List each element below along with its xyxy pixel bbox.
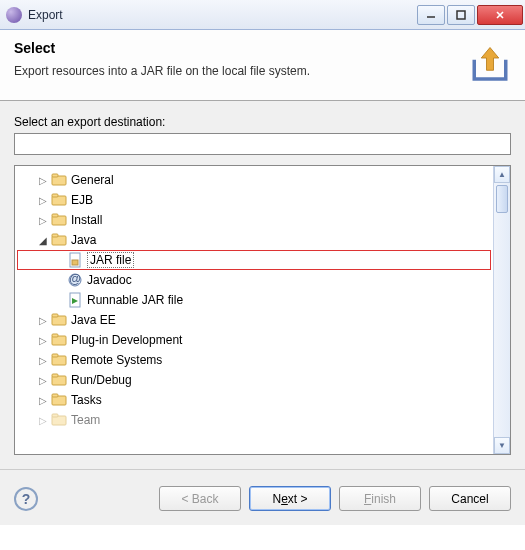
svg-rect-10 bbox=[52, 214, 58, 217]
svg-rect-20 bbox=[52, 314, 58, 317]
svg-marker-4 bbox=[481, 48, 499, 71]
minimize-button[interactable] bbox=[417, 5, 445, 25]
folder-icon bbox=[51, 372, 67, 388]
tree-label: Install bbox=[71, 213, 102, 227]
folder-icon bbox=[51, 192, 67, 208]
filter-label: Select an export destination: bbox=[14, 115, 511, 129]
export-tree[interactable]: ▷General ▷EJB ▷Install ◢Java JAR file @J… bbox=[15, 166, 493, 454]
svg-rect-22 bbox=[52, 334, 58, 337]
scroll-down-icon[interactable]: ▼ bbox=[494, 437, 510, 454]
tree-node-java[interactable]: ◢Java bbox=[17, 230, 491, 250]
tree-node-jar-file[interactable]: JAR file bbox=[17, 250, 491, 270]
svg-rect-12 bbox=[52, 234, 58, 237]
scrollbar[interactable]: ▲ ▼ bbox=[493, 166, 510, 454]
tree-node-runnable-jar[interactable]: Runnable JAR file bbox=[17, 290, 491, 310]
folder-icon bbox=[51, 332, 67, 348]
tree-node-remote[interactable]: ▷Remote Systems bbox=[17, 350, 491, 370]
runnable-jar-icon bbox=[67, 292, 83, 308]
svg-rect-24 bbox=[52, 354, 58, 357]
tree-label: EJB bbox=[71, 193, 93, 207]
tree-container: ▷General ▷EJB ▷Install ◢Java JAR file @J… bbox=[14, 165, 511, 455]
title-bar: Export bbox=[0, 0, 525, 30]
svg-rect-1 bbox=[457, 11, 465, 19]
window-controls bbox=[417, 5, 525, 25]
window-title: Export bbox=[28, 8, 63, 22]
tree-label: Tasks bbox=[71, 393, 102, 407]
chevron-right-icon[interactable]: ▷ bbox=[37, 414, 49, 426]
page-title: Select bbox=[14, 40, 459, 56]
tree-node-ejb[interactable]: ▷EJB bbox=[17, 190, 491, 210]
tree-label: Javadoc bbox=[87, 273, 132, 287]
folder-icon bbox=[51, 352, 67, 368]
help-button[interactable]: ? bbox=[14, 487, 38, 511]
tree-node-rundebug[interactable]: ▷Run/Debug bbox=[17, 370, 491, 390]
tree-label: General bbox=[71, 173, 114, 187]
tree-label: Plug-in Development bbox=[71, 333, 182, 347]
folder-icon bbox=[51, 212, 67, 228]
chevron-right-icon[interactable]: ▷ bbox=[37, 394, 49, 406]
chevron-right-icon[interactable]: ▷ bbox=[37, 174, 49, 186]
scroll-up-icon[interactable]: ▲ bbox=[494, 166, 510, 183]
javadoc-icon: @ bbox=[67, 272, 83, 288]
svg-rect-30 bbox=[52, 414, 58, 417]
svg-rect-6 bbox=[52, 174, 58, 177]
tree-node-general[interactable]: ▷General bbox=[17, 170, 491, 190]
wizard-header: Select Export resources into a JAR file … bbox=[0, 30, 525, 101]
export-icon bbox=[469, 44, 511, 86]
chevron-right-icon[interactable]: ▷ bbox=[37, 374, 49, 386]
tree-node-install[interactable]: ▷Install bbox=[17, 210, 491, 230]
tree-node-javaee[interactable]: ▷Java EE bbox=[17, 310, 491, 330]
tree-label: Team bbox=[71, 413, 100, 427]
svg-text:@: @ bbox=[69, 272, 81, 286]
chevron-right-icon[interactable]: ▷ bbox=[37, 354, 49, 366]
chevron-right-icon[interactable]: ▷ bbox=[37, 194, 49, 206]
wizard-content: Select an export destination: ▷General ▷… bbox=[0, 101, 525, 469]
button-bar: ? < Back Next > Finish Cancel bbox=[0, 469, 525, 525]
tree-label: Java bbox=[71, 233, 96, 247]
back-button[interactable]: < Back bbox=[159, 486, 241, 511]
next-button[interactable]: Next > bbox=[249, 486, 331, 511]
svg-rect-28 bbox=[52, 394, 58, 397]
chevron-down-icon[interactable]: ◢ bbox=[37, 234, 49, 246]
folder-icon bbox=[51, 412, 67, 428]
tree-label: Remote Systems bbox=[71, 353, 162, 367]
tree-label: JAR file bbox=[90, 253, 131, 267]
tree-node-javadoc[interactable]: @Javadoc bbox=[17, 270, 491, 290]
chevron-right-icon[interactable]: ▷ bbox=[37, 314, 49, 326]
maximize-button[interactable] bbox=[447, 5, 475, 25]
folder-icon bbox=[51, 172, 67, 188]
close-button[interactable] bbox=[477, 5, 523, 25]
tree-label: Java EE bbox=[71, 313, 116, 327]
tree-label: Runnable JAR file bbox=[87, 293, 183, 307]
svg-rect-26 bbox=[52, 374, 58, 377]
page-description: Export resources into a JAR file on the … bbox=[14, 64, 459, 78]
scroll-thumb[interactable] bbox=[496, 185, 508, 213]
tree-node-team[interactable]: ▷Team bbox=[17, 410, 491, 430]
tree-node-plugin[interactable]: ▷Plug-in Development bbox=[17, 330, 491, 350]
app-icon bbox=[6, 7, 22, 23]
chevron-right-icon[interactable]: ▷ bbox=[37, 334, 49, 346]
jar-file-icon bbox=[67, 252, 83, 268]
folder-open-icon bbox=[51, 232, 67, 248]
cancel-button[interactable]: Cancel bbox=[429, 486, 511, 511]
finish-button[interactable]: Finish bbox=[339, 486, 421, 511]
svg-rect-14 bbox=[72, 260, 78, 265]
svg-rect-8 bbox=[52, 194, 58, 197]
chevron-right-icon[interactable]: ▷ bbox=[37, 214, 49, 226]
folder-icon bbox=[51, 392, 67, 408]
tree-node-tasks[interactable]: ▷Tasks bbox=[17, 390, 491, 410]
tree-label: Run/Debug bbox=[71, 373, 132, 387]
filter-input[interactable] bbox=[14, 133, 511, 155]
folder-icon bbox=[51, 312, 67, 328]
